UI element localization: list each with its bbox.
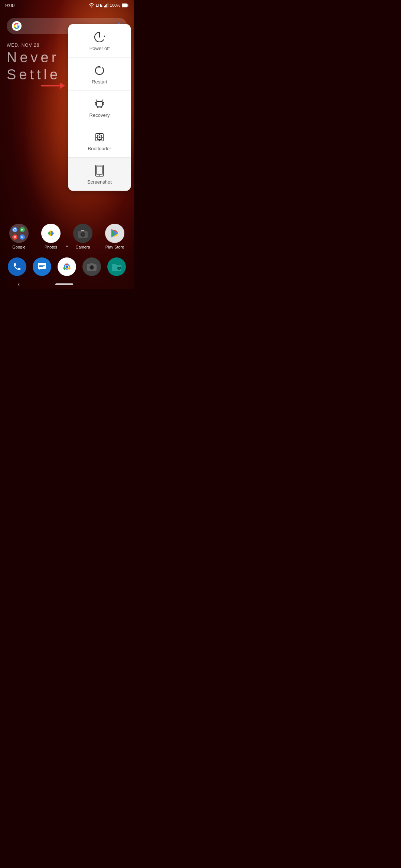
files-dock-icon[interactable] [107,257,126,276]
wifi-icon [89,3,94,7]
screenshot-label: Screenshot [87,179,112,185]
power-off-label: Power off [89,46,110,51]
dock [0,254,134,279]
bootloader-button[interactable]: Bootloader [68,124,131,158]
motto: Never Settle [7,49,61,83]
svg-rect-5 [128,4,128,6]
signal-icon [104,3,108,7]
svg-rect-15 [96,102,103,106]
svg-point-22 [99,137,101,138]
play-store-app[interactable]: Play Store [105,224,124,249]
messages-dock-icon[interactable] [33,257,51,276]
status-icons: LTE 100% [89,3,128,7]
home-indicator[interactable] [55,283,73,285]
google-folder-label: Google [12,245,25,249]
nav-bar: ‹ [0,279,134,289]
photos-label: Photos [45,245,57,249]
wallpaper-date: WED, NOV 28 Never Settle [7,43,61,83]
play-store-icon [105,224,124,243]
recovery-label: Recovery [89,112,110,118]
recovery-button[interactable]: Recovery [68,91,131,124]
svg-rect-54 [112,264,116,265]
recovery-icon [93,98,106,110]
back-button[interactable]: ‹ [18,281,20,287]
chrome-dock-icon[interactable] [58,257,76,276]
svg-rect-1 [105,5,106,7]
svg-point-36 [82,233,82,234]
svg-rect-18 [98,106,99,108]
status-bar: 9:00 LTE 100% [0,0,134,10]
phone-dock-icon[interactable] [8,257,26,276]
battery-icon [122,3,128,7]
day-date: WED, NOV 28 [7,43,61,48]
google-folder-icon: M M G [9,224,29,243]
power-off-icon [93,31,106,43]
svg-point-52 [91,267,92,267]
svg-point-47 [65,266,68,268]
red-arrow-indicator [41,82,65,89]
screenshot-button[interactable]: Screenshot [68,158,131,191]
play-store-label: Play Store [105,245,124,249]
status-time: 9:00 [5,3,14,8]
lte-icon: LTE [96,3,102,7]
restart-button[interactable]: Restart [68,57,131,91]
camera-app-icon [73,224,92,243]
svg-rect-3 [107,3,108,7]
google-logo [12,21,22,31]
svg-rect-19 [100,106,102,108]
svg-point-56 [118,267,120,269]
camera-label: Camera [75,245,90,249]
screenshot-icon [94,164,105,177]
photos-icon [41,224,61,243]
app-row: M M G Google Photos [0,224,134,249]
bootloader-icon [93,131,106,144]
battery-percent: 100% [110,3,120,7]
restart-label: Restart [92,79,107,85]
svg-rect-28 [97,166,102,174]
svg-rect-0 [104,6,105,7]
google-folder-app[interactable]: M M G Google [9,224,29,249]
bootloader-label: Bootloader [88,146,111,151]
camera-dock-icon[interactable] [82,257,101,276]
svg-point-29 [99,175,100,176]
svg-rect-2 [106,4,107,8]
camera-app[interactable]: Camera [73,224,92,249]
power-off-button[interactable]: Power off [68,24,131,57]
svg-rect-41 [38,263,46,269]
photos-app[interactable]: Photos [41,224,61,249]
restart-icon [93,64,106,77]
power-menu: Power off Restart [68,24,131,191]
svg-rect-6 [122,4,127,7]
